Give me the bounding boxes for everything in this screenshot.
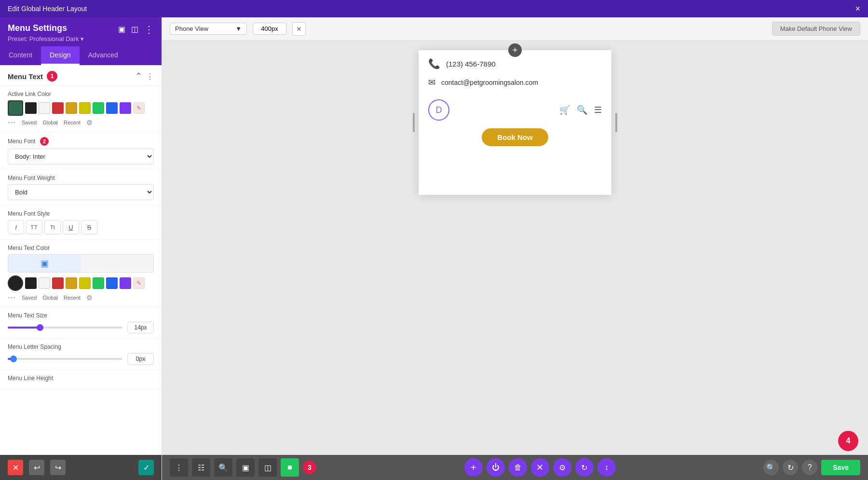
- tablet-view-button[interactable]: ◫: [258, 458, 277, 477]
- cart-icon[interactable]: 🛒: [559, 105, 570, 115]
- menu-font-weight-select[interactable]: Bold Regular Light Medium Semi Bold Extr…: [8, 184, 154, 200]
- menu-font-style-label: Menu Font Style: [8, 210, 154, 217]
- clear-width-button[interactable]: ✕: [292, 22, 306, 36]
- canvas-bottom-bar: ⋮ ☷ 🔍 ▣ ◫ ■ 3 + ⏻ 🗑 ✕ ⚙ ↻ ↕ 🔍 ↻ ?: [162, 455, 868, 480]
- tab-advanced[interactable]: Advanced: [80, 46, 127, 65]
- menu-letter-spacing-input[interactable]: 0px: [127, 353, 154, 365]
- swatch-green[interactable]: [93, 102, 104, 114]
- power-button[interactable]: ⏻: [487, 458, 505, 477]
- email-text: contact@petgroomingsalon.com: [441, 79, 538, 86]
- add-module-button[interactable]: +: [464, 458, 483, 477]
- color-picker-gradient[interactable]: [81, 255, 154, 272]
- swatch-gold[interactable]: [66, 102, 77, 114]
- global-label[interactable]: Global: [42, 120, 58, 125]
- menu-text-size-slider-row: 14px: [8, 322, 154, 333]
- search-icon[interactable]: 🔍: [577, 105, 587, 115]
- text-swatch-gold[interactable]: [66, 277, 77, 289]
- settings-icon[interactable]: ⚙: [86, 119, 93, 126]
- delete-button[interactable]: 🗑: [509, 458, 527, 477]
- menu-font-style-field: Menu Font Style I TT Tt U S: [0, 206, 162, 240]
- save-button[interactable]: Save: [821, 460, 860, 475]
- text-settings-icon[interactable]: ⚙: [86, 294, 93, 302]
- menu-letter-spacing-thumb[interactable]: [10, 356, 17, 362]
- tab-design[interactable]: Design: [41, 46, 80, 65]
- swatch-dots-text[interactable]: ⋯: [8, 293, 16, 302]
- preview-card: + 📞 (123) 456-7890 ✉ contact@petgrooming…: [419, 50, 611, 195]
- swatch-yellow[interactable]: [79, 102, 91, 114]
- text-swatch-active[interactable]: [8, 275, 23, 291]
- menu-text-size-track[interactable]: [8, 327, 122, 329]
- close-icon[interactable]: ×: [855, 4, 860, 14]
- italic-button[interactable]: I: [8, 220, 24, 234]
- focus-mode-icon[interactable]: ▣: [118, 25, 125, 34]
- swatch-red[interactable]: [52, 102, 64, 114]
- split-view-icon[interactable]: ◫: [131, 25, 138, 34]
- swatch-blue[interactable]: [106, 102, 118, 114]
- text-swatch-green[interactable]: [93, 277, 104, 289]
- swatch-purple[interactable]: [120, 102, 131, 114]
- refresh-button[interactable]: ↻: [783, 460, 798, 475]
- text-swatch-purple[interactable]: [120, 277, 131, 289]
- make-default-button[interactable]: Make Default Phone View: [772, 22, 860, 36]
- text-swatch-yellow[interactable]: [79, 277, 91, 289]
- text-recent-label[interactable]: Recent: [64, 295, 81, 301]
- swatch-green-active[interactable]: [8, 100, 23, 116]
- resize-handle-right[interactable]: [615, 113, 617, 132]
- swatch-black[interactable]: [25, 102, 37, 114]
- collapse-icon[interactable]: ⌃: [135, 71, 142, 82]
- text-global-label[interactable]: Global: [42, 295, 58, 301]
- left-bottom-bar: ✕ ↩ ↪ ✓: [0, 455, 162, 480]
- recent-label[interactable]: Recent: [64, 120, 81, 125]
- text-swatch-red[interactable]: [52, 277, 64, 289]
- menu-text-section-header: Menu Text 1 ⌃ ⋮: [0, 65, 162, 86]
- text-swatch-blue[interactable]: [106, 277, 118, 289]
- sort-button[interactable]: ↕: [597, 458, 616, 477]
- swatch-dots-active[interactable]: ⋯: [8, 118, 16, 127]
- help-button[interactable]: ?: [802, 460, 817, 475]
- text-swatch-custom[interactable]: ✎: [133, 277, 145, 289]
- underline-button[interactable]: U: [63, 220, 79, 234]
- menu-letter-spacing-track[interactable]: [8, 358, 122, 360]
- tab-content[interactable]: Content: [0, 46, 41, 65]
- zoom-button[interactable]: 🔍: [763, 460, 779, 475]
- left-panel: Menu Settings ▣ ◫ ⋮ Preset: Professional…: [0, 17, 162, 480]
- confirm-button[interactable]: ✓: [138, 460, 154, 475]
- strikethrough-button[interactable]: S: [81, 220, 97, 234]
- book-now-button[interactable]: Book Now: [482, 128, 548, 146]
- panel-header-actions: ▣ ◫ ⋮: [118, 24, 154, 35]
- preset-selector[interactable]: Preset: Professional Dark ▾: [8, 35, 154, 42]
- nav-avatar[interactable]: D: [428, 99, 449, 121]
- desktop-view-button[interactable]: ▣: [236, 458, 255, 477]
- uppercase-button[interactable]: TT: [26, 220, 42, 234]
- section-more-icon[interactable]: ⋮: [146, 72, 154, 81]
- more-options-button[interactable]: ⋮: [170, 458, 188, 477]
- capitalize-button[interactable]: Tt: [44, 220, 61, 234]
- text-swatch-black[interactable]: [25, 277, 37, 289]
- search-canvas-button[interactable]: 🔍: [214, 458, 232, 477]
- menu-line-height-label: Menu Line Height: [8, 375, 154, 382]
- cancel-button[interactable]: ✕: [8, 460, 23, 475]
- swatch-white[interactable]: [39, 102, 50, 114]
- history-button[interactable]: ↻: [575, 458, 594, 477]
- close-module-button[interactable]: ✕: [531, 458, 549, 477]
- cbb-right: 🔍 ↻ ? Save 4: [763, 460, 860, 475]
- resize-handle-left[interactable]: [413, 113, 415, 132]
- swatch-custom-color[interactable]: ✎: [133, 102, 145, 114]
- canvas-badge-3: 3: [303, 461, 316, 474]
- add-section-button[interactable]: +: [508, 43, 522, 57]
- settings-button[interactable]: ⚙: [553, 458, 571, 477]
- menu-text-size-input[interactable]: 14px: [127, 322, 154, 333]
- menu-text-size-thumb[interactable]: [37, 324, 43, 331]
- menu-font-field: Menu Font 2 Body: Inter: [0, 132, 162, 170]
- text-swatch-white[interactable]: [39, 277, 50, 289]
- phone-view-button[interactable]: ■: [281, 458, 299, 477]
- more-options-icon[interactable]: ⋮: [144, 24, 154, 35]
- redo-button[interactable]: ↪: [50, 460, 66, 475]
- menu-font-select[interactable]: Body: Inter: [8, 149, 154, 165]
- hamburger-icon[interactable]: ☰: [594, 105, 602, 115]
- width-input[interactable]: 400px: [253, 23, 286, 35]
- undo-button[interactable]: ↩: [29, 460, 44, 475]
- grid-button[interactable]: ☷: [192, 458, 210, 477]
- view-selector[interactable]: Phone View ▼: [170, 23, 247, 35]
- color-picker-area[interactable]: ▣: [8, 254, 154, 273]
